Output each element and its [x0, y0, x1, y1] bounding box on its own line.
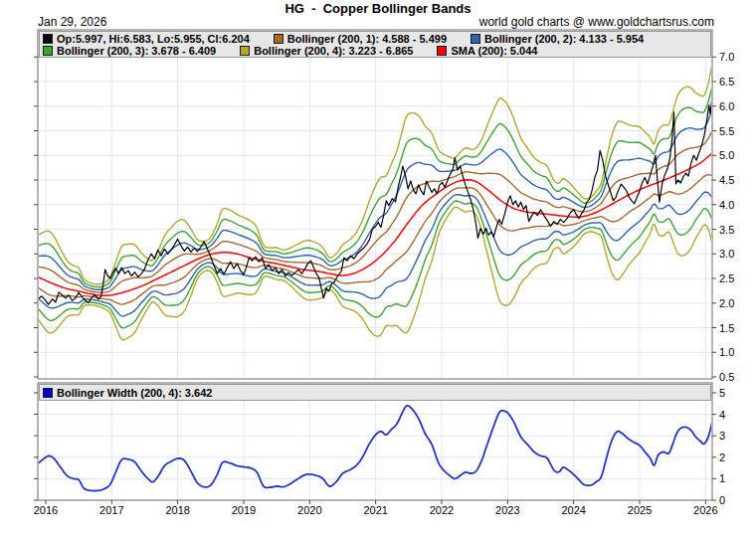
svg-text:3.0: 3.0 — [719, 248, 734, 260]
svg-text:5: 5 — [719, 387, 725, 399]
bollinger-width-line — [38, 406, 712, 491]
bollinger-2-upper-line — [38, 108, 712, 289]
svg-text:5.5: 5.5 — [719, 125, 734, 137]
svg-text:1.0: 1.0 — [719, 346, 734, 358]
bollinger-2-label: Bollinger (200, 2): 4.133 - 5.954 — [484, 33, 644, 45]
price-panel-series — [38, 64, 712, 340]
ohlc-label: Op:5.997, Hi:6.583, Lo:5.955, Cl:6.204 — [57, 33, 250, 45]
svg-text:3.5: 3.5 — [719, 224, 734, 236]
svg-text:4.5: 4.5 — [719, 174, 734, 186]
svg-text:2017: 2017 — [99, 504, 123, 516]
bollinger-3-lower-line — [38, 201, 712, 328]
svg-text:2018: 2018 — [165, 504, 189, 516]
legend-row-1: Op:5.997, Hi:6.583, Lo:5.955, Cl:6.204 B… — [43, 33, 707, 45]
svg-text:2022: 2022 — [430, 504, 454, 516]
svg-text:6.0: 6.0 — [719, 100, 734, 112]
legend-item-sma: SMA (200): 5.044 — [437, 45, 537, 57]
legend-item-bollinger-1: Bollinger (200, 1): 4.588 - 5.499 — [274, 33, 447, 45]
svg-text:2: 2 — [719, 451, 725, 463]
main-chart-legend: Op:5.997, Hi:6.583, Lo:5.955, Cl:6.204 B… — [39, 31, 711, 58]
bollinger-4-upper-line — [38, 64, 712, 284]
bollinger-4-swatch-icon — [240, 46, 250, 56]
bollinger-width-swatch-icon — [43, 388, 53, 398]
bollinger-1-label: Bollinger (200, 1): 4.588 - 5.499 — [287, 33, 447, 45]
legend-item-bollinger-2: Bollinger (200, 2): 4.133 - 5.954 — [471, 33, 644, 45]
svg-text:0.5: 0.5 — [719, 371, 734, 383]
svg-text:7.0: 7.0 — [719, 51, 734, 63]
svg-text:2026: 2026 — [693, 504, 717, 516]
bollinger-1-swatch-icon — [274, 34, 284, 44]
svg-text:5.0: 5.0 — [719, 149, 734, 161]
svg-text:2019: 2019 — [232, 504, 256, 516]
panel-borders — [38, 30, 712, 500]
svg-text:1.5: 1.5 — [719, 322, 734, 334]
svg-text:3: 3 — [719, 430, 725, 442]
svg-text:2025: 2025 — [628, 504, 652, 516]
svg-text:0: 0 — [719, 494, 725, 506]
svg-text:2.0: 2.0 — [719, 297, 734, 309]
sma-swatch-icon — [437, 46, 447, 56]
price-swatch-icon — [43, 34, 53, 44]
svg-text:2023: 2023 — [495, 504, 519, 516]
gridlines — [39, 31, 711, 499]
svg-text:4: 4 — [719, 409, 725, 421]
legend-item-ohlc: Op:5.997, Hi:6.583, Lo:5.955, Cl:6.204 — [43, 33, 250, 45]
svg-text:2021: 2021 — [363, 504, 387, 516]
axis-labels: 0.51.01.52.02.53.03.54.04.55.05.56.06.57… — [34, 51, 735, 516]
legend-item-bollinger-4: Bollinger (200, 4): 3.223 - 6.865 — [240, 45, 413, 57]
bollinger-3-label: Bollinger (200, 3): 3.678 - 6.409 — [57, 45, 216, 57]
legend-item-bollinger-width: Bollinger Width (200, 4): 3.642 — [43, 387, 212, 399]
legend-item-bollinger-3: Bollinger (200, 3): 3.678 - 6.409 — [43, 45, 216, 57]
bollinger-4-label: Bollinger (200, 4): 3.223 - 6.865 — [254, 45, 413, 57]
svg-text:2020: 2020 — [297, 504, 321, 516]
svg-text:2.5: 2.5 — [719, 272, 734, 284]
svg-text:4.0: 4.0 — [719, 199, 734, 211]
bollinger-width-label: Bollinger Width (200, 4): 3.642 — [57, 387, 212, 399]
width-panel-legend: Bollinger Width (200, 4): 3.642 — [39, 384, 711, 401]
sma-label: SMA (200): 5.044 — [451, 45, 537, 57]
svg-text:1: 1 — [719, 472, 725, 484]
svg-text:2016: 2016 — [34, 504, 58, 516]
svg-text:2024: 2024 — [561, 504, 585, 516]
width-panel-series — [38, 406, 712, 491]
bollinger-2-swatch-icon — [471, 34, 480, 44]
price-series-line — [38, 96, 712, 304]
svg-text:6.5: 6.5 — [719, 76, 734, 88]
bollinger-3-swatch-icon — [43, 46, 53, 56]
chart-canvas: 0.51.01.52.02.53.03.54.04.55.05.56.06.57… — [0, 0, 756, 539]
legend-row-2: Bollinger (200, 3): 3.678 - 6.409 Bollin… — [43, 45, 707, 57]
